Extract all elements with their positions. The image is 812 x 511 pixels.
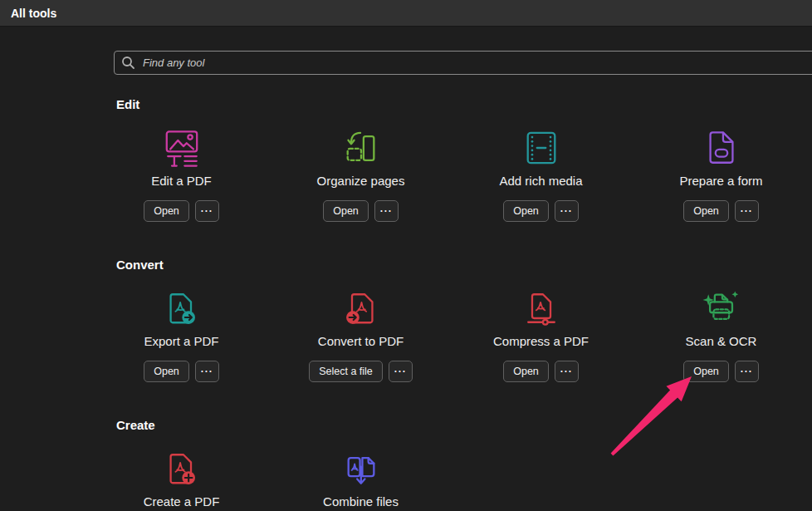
edit-pdf-icon xyxy=(163,129,201,167)
tool-label: Scan & OCR xyxy=(686,334,757,348)
tool-card-edit-a-pdf: Edit a PDF Open ··· xyxy=(91,120,271,222)
open-button-compress-a-pdf[interactable]: Open xyxy=(503,361,549,382)
tool-label: Organize pages xyxy=(317,174,405,188)
tool-search-box[interactable] xyxy=(114,51,812,75)
tool-card-scan-ocr: Scan & OCR Open ··· xyxy=(631,281,811,382)
more-options-button-organize-pages[interactable]: ··· xyxy=(374,200,399,222)
more-options-button-convert-to-pdf[interactable]: ··· xyxy=(389,361,413,382)
button-row: Open ··· xyxy=(144,361,219,382)
open-button-edit-a-pdf[interactable]: Open xyxy=(144,200,189,222)
tool-card-organize-pages: Organize pages Open ··· xyxy=(271,120,451,222)
export-pdf-icon xyxy=(163,289,201,327)
tool-label: Add rich media xyxy=(499,174,582,188)
tool-card-convert-to-pdf: Convert to PDF Select a file ··· xyxy=(271,281,451,382)
section-heading-convert: Convert xyxy=(116,258,164,272)
button-row: Open ··· xyxy=(503,361,579,382)
convert-pdf-icon xyxy=(342,289,380,327)
button-row: Open ··· xyxy=(503,200,579,222)
tool-card-add-rich-media: Add rich media Open ··· xyxy=(451,120,631,222)
button-row: Open ··· xyxy=(683,200,759,222)
search-icon xyxy=(121,56,135,70)
tool-card-combine-files: Combine files xyxy=(271,441,451,509)
organize-pages-icon xyxy=(342,129,380,167)
scan-ocr-icon xyxy=(702,289,741,327)
rich-media-icon xyxy=(522,129,560,167)
button-row: Select a file ··· xyxy=(309,361,413,382)
tool-label: Convert to PDF xyxy=(318,334,404,348)
section-heading-edit: Edit xyxy=(116,97,139,111)
tool-label: Combine files xyxy=(323,494,399,509)
select-a-file-button-convert-to-pdf[interactable]: Select a file xyxy=(309,361,383,382)
open-button-add-rich-media[interactable]: Open xyxy=(503,200,549,222)
open-button-organize-pages[interactable]: Open xyxy=(323,200,369,222)
tool-label: Compress a PDF xyxy=(493,334,589,348)
tool-card-export-a-pdf: Export a PDF Open ··· xyxy=(91,281,271,382)
tool-card-compress-a-pdf: Compress a PDF Open ··· xyxy=(451,281,631,382)
tool-label: Edit a PDF xyxy=(151,174,212,188)
more-options-button-edit-a-pdf[interactable]: ··· xyxy=(195,200,219,222)
open-button-prepare-a-form[interactable]: Open xyxy=(683,200,729,222)
tool-card-create-a-pdf: Create a PDF xyxy=(91,441,271,509)
more-options-button-export-a-pdf[interactable]: ··· xyxy=(195,361,219,382)
tool-label: Prepare a form xyxy=(679,174,762,188)
button-row: Open ··· xyxy=(144,200,219,222)
combine-files-icon xyxy=(342,450,380,488)
prepare-form-icon xyxy=(702,129,741,167)
more-options-button-scan-ocr[interactable]: ··· xyxy=(735,361,759,382)
more-options-button-add-rich-media[interactable]: ··· xyxy=(555,200,579,222)
more-options-button-prepare-a-form[interactable]: ··· xyxy=(735,200,759,222)
open-button-export-a-pdf[interactable]: Open xyxy=(144,361,189,382)
section-heading-create: Create xyxy=(116,418,155,432)
search-input[interactable] xyxy=(143,57,812,69)
tool-label: Create a PDF xyxy=(144,494,220,509)
more-options-button-compress-a-pdf[interactable]: ··· xyxy=(555,361,579,382)
page-title: All tools xyxy=(11,7,56,20)
all-tools-page: All tools Edit Edit a PDF Open ··· xyxy=(0,0,812,511)
compress-pdf-icon xyxy=(522,289,560,327)
annotation-arrow-shape xyxy=(611,376,692,455)
top-bar: All tools xyxy=(0,0,812,27)
tool-card-prepare-a-form: Prepare a form Open ··· xyxy=(631,120,811,222)
tool-label: Export a PDF xyxy=(144,334,218,348)
annotation-arrow xyxy=(589,368,706,464)
button-row: Open ··· xyxy=(323,200,399,222)
create-pdf-icon xyxy=(163,450,201,488)
